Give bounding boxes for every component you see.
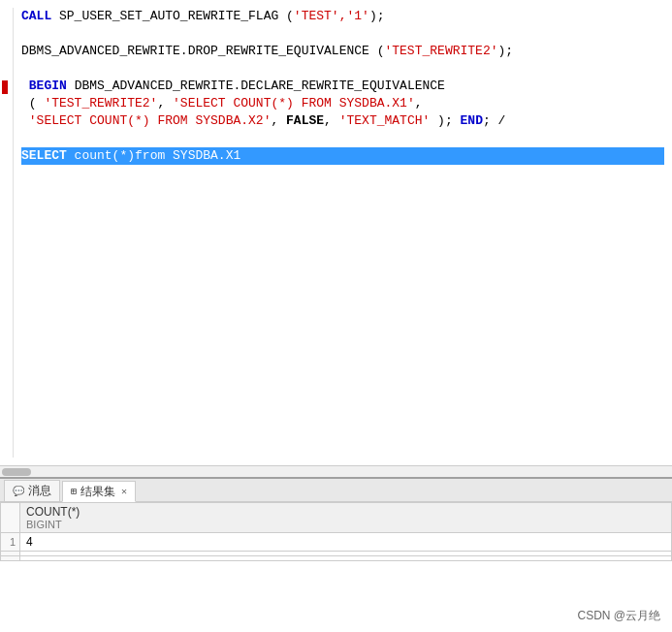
col-header-count: COUNT(*) BIGINT — [20, 503, 672, 533]
code-lines[interactable]: CALL SP_USER_SET_AUTO_REWRITE_FLAG ('TES… — [14, 8, 672, 458]
keyword-select: SELECT — [21, 147, 67, 165]
horizontal-scrollbar[interactable] — [0, 465, 672, 477]
table-row: 1 4 — [1, 533, 672, 552]
tab-messages[interactable]: 💬 消息 — [4, 480, 60, 501]
tab-results-label: 结果集 — [80, 484, 115, 500]
results-table: COUNT(*) BIGINT 1 4 — [0, 502, 672, 632]
data-table: COUNT(*) BIGINT 1 4 — [0, 502, 672, 561]
tabs-bar: 💬 消息 ⊞ 结果集 ✕ — [0, 479, 672, 502]
code-line-7: 'SELECT COUNT(*) FROM SYSDBA.X2', FALSE,… — [21, 112, 664, 130]
message-icon: 💬 — [13, 486, 24, 497]
scrollbar-thumb[interactable] — [2, 468, 31, 476]
bottom-panel: 💬 消息 ⊞ 结果集 ✕ COUNT(*) BIGINT 1 — [0, 477, 672, 632]
tab-messages-label: 消息 — [28, 483, 51, 499]
watermark: CSDN @云月绝 — [577, 608, 660, 624]
code-line-3: DBMS_ADVANCED_REWRITE.DROP_REWRITE_EQUIV… — [21, 43, 664, 60]
code-line-6: ( 'TEST_REWRITE2', 'SELECT COUNT(*) FROM… — [21, 95, 664, 112]
keyword-call: CALL — [21, 8, 51, 25]
line-gutter — [0, 8, 14, 458]
red-marker — [2, 80, 8, 94]
editor-area: CALL SP_USER_SET_AUTO_REWRITE_FLAG ('TES… — [0, 0, 672, 477]
code-container: CALL SP_USER_SET_AUTO_REWRITE_FLAG ('TES… — [0, 0, 672, 465]
table-icon: ⊞ — [71, 486, 77, 497]
code-line-9: SELECT count(*)from SYSDBA.X1 — [21, 147, 664, 165]
code-line-1: CALL SP_USER_SET_AUTO_REWRITE_FLAG ('TES… — [21, 8, 664, 25]
row-number-header — [1, 503, 20, 533]
code-line-5: BEGIN DBMS_ADVANCED_REWRITE.DECLARE_REWR… — [21, 78, 664, 95]
cell-count-value: 4 — [20, 533, 672, 552]
col-type: BIGINT — [26, 519, 665, 530]
code-line-4 — [21, 60, 664, 78]
code-line-2 — [21, 25, 664, 43]
row-number-1: 1 — [1, 533, 20, 552]
table-row-empty-2 — [1, 556, 672, 561]
col-name: COUNT(*) — [26, 505, 665, 519]
tab-results[interactable]: ⊞ 结果集 ✕ — [62, 481, 136, 502]
code-line-8 — [21, 130, 664, 147]
tab-close-icon[interactable]: ✕ — [121, 486, 127, 497]
